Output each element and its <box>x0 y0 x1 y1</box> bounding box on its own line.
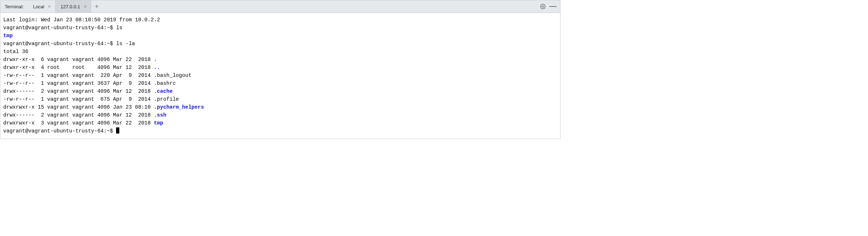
terminal-output[interactable]: Last login: Wed Jan 23 08:10:50 2019 fro… <box>0 13 560 139</box>
dir-entry: .pycharm_helpers <box>154 104 204 110</box>
dir-entry: .. <box>154 65 160 70</box>
tabbar-icons: — <box>540 0 560 13</box>
dir-entry: tmp <box>3 33 13 39</box>
dir-entry: .cache <box>154 88 173 94</box>
tab-remote[interactable]: 127.0.0.1 × <box>56 0 91 13</box>
tab-local[interactable]: Local × <box>28 0 56 13</box>
add-tab-button[interactable]: + <box>91 0 102 13</box>
file-entry: .profile <box>154 96 179 102</box>
file-entry: .bash_logout <box>154 73 191 78</box>
gear-icon[interactable] <box>540 4 546 9</box>
svg-point-0 <box>542 6 544 7</box>
terminal-panel: Terminal: Local × 127.0.0.1 × + — Last l… <box>0 0 561 139</box>
terminal-title: Terminal: <box>0 0 28 13</box>
cursor <box>116 127 119 134</box>
tab-label: 127.0.0.1 <box>61 4 80 9</box>
dir-entry: . <box>154 57 157 62</box>
close-icon[interactable]: × <box>47 4 52 9</box>
terminal-tabbar: Terminal: Local × 127.0.0.1 × + — <box>0 0 560 13</box>
tab-label: Local <box>33 4 44 9</box>
command-text: ls -la <box>116 41 135 47</box>
tabbar-spacer <box>102 0 540 13</box>
minimize-icon[interactable]: — <box>549 2 557 9</box>
file-entry: .bashrc <box>154 80 176 86</box>
close-icon[interactable]: × <box>83 4 87 9</box>
dir-entry: tmp <box>154 120 163 126</box>
dir-entry: .ssh <box>154 112 167 118</box>
command-text: ls <box>116 25 122 31</box>
